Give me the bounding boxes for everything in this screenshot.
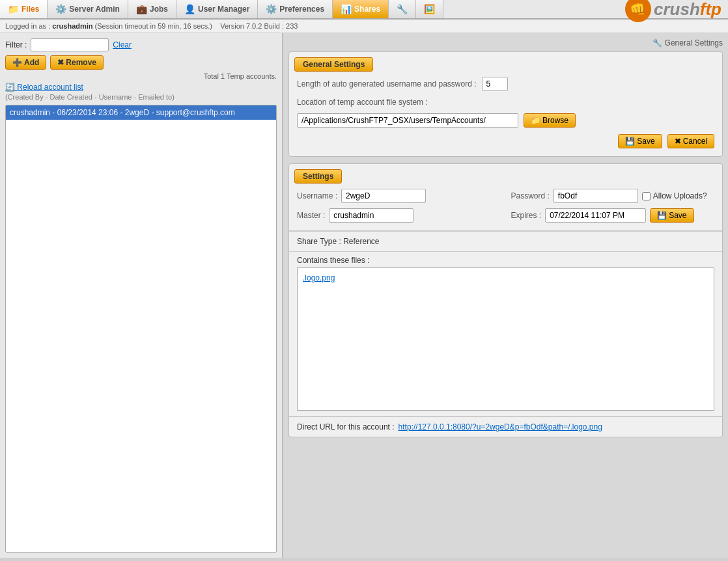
- tab-user-manager[interactable]: 👤 User Manager: [176, 0, 258, 18]
- tab-jobs[interactable]: 💼 Jobs: [128, 0, 176, 18]
- files-area: .logo.png: [297, 267, 714, 411]
- logo-area: 👊 crushftp: [625, 0, 728, 22]
- logo-icon: 👊: [625, 0, 651, 22]
- password-label: Password :: [511, 191, 550, 200]
- general-settings-link[interactable]: 🔧 General Settings: [652, 38, 723, 48]
- tab-tools[interactable]: 🔧: [389, 0, 416, 18]
- length-row: Length of auto generated username and pa…: [297, 77, 714, 91]
- contains-files-label: Contains these files :: [289, 252, 722, 267]
- username-group: Username :: [297, 189, 501, 203]
- master-label: Master :: [297, 211, 325, 220]
- user-manager-icon: 👤: [184, 4, 195, 14]
- username-input[interactable]: [341, 189, 426, 203]
- add-icon: ➕: [12, 58, 22, 67]
- direct-url-row: Direct URL for this account : http://127…: [289, 417, 722, 437]
- direct-url-label: Direct URL for this account :: [297, 422, 395, 431]
- reload-account-list-button[interactable]: 🔄 Reload account list: [5, 83, 277, 92]
- files-icon: 📁: [8, 4, 19, 14]
- top-navigation: 📁 Files ⚙️ Server Admin 💼 Jobs 👤 User Ma…: [0, 0, 728, 20]
- cancel-icon: ✖: [675, 137, 681, 146]
- action-btn-row: ➕ Add ✖ Remove: [5, 55, 277, 70]
- list-item[interactable]: crushadmin - 06/23/2014 23:06 - 2wgeD - …: [6, 105, 276, 120]
- tab-server-admin[interactable]: ⚙️ Server Admin: [48, 0, 128, 18]
- save-cancel-row: 💾 Save ✖ Cancel: [297, 134, 714, 148]
- master-input[interactable]: [329, 208, 413, 223]
- logged-in-username: crushadmin: [52, 22, 92, 30]
- expires-group: Expires :: [511, 208, 647, 223]
- file-link[interactable]: .logo.png: [303, 273, 335, 282]
- username-label: Username :: [297, 191, 337, 200]
- expires-input[interactable]: [545, 208, 646, 223]
- filter-label: Filter :: [5, 40, 27, 49]
- tab-view[interactable]: 🖼️: [416, 0, 443, 18]
- add-button[interactable]: ➕ Add: [5, 55, 46, 70]
- allow-uploads-group: Allow Uploads?: [642, 191, 707, 200]
- general-settings-content: Length of auto generated username and pa…: [289, 77, 722, 156]
- remove-button[interactable]: ✖ Remove: [50, 55, 104, 70]
- right-panel: 🔧 General Settings General Settings Leng…: [283, 33, 728, 558]
- jobs-icon: 💼: [136, 4, 147, 14]
- general-settings-link-row: 🔧 General Settings: [288, 38, 723, 48]
- tools-icon: 🔧: [397, 4, 408, 14]
- allow-uploads-checkbox[interactable]: [642, 192, 651, 200]
- settings-box: Settings Username : Password : Allow Upl…: [288, 163, 723, 437]
- folder-icon: 📁: [531, 116, 540, 125]
- general-settings-cancel-button[interactable]: ✖ Cancel: [667, 134, 714, 148]
- server-admin-icon: ⚙️: [55, 4, 66, 14]
- view-icon: 🖼️: [424, 4, 435, 14]
- account-list[interactable]: crushadmin - 06/23/2014 23:06 - 2wgeD - …: [5, 105, 277, 553]
- total-text: Total 1 Temp accounts.: [5, 72, 277, 80]
- general-settings-save-button[interactable]: 💾 Save: [618, 134, 662, 148]
- expires-label: Expires :: [511, 211, 542, 220]
- settings-save-button[interactable]: 💾 Save: [650, 208, 693, 223]
- created-by-label: (Created By - Date Created - Username - …: [5, 93, 277, 101]
- main-layout: Filter : Clear ➕ Add ✖ Remove Total 1 Te…: [0, 33, 728, 558]
- share-type-row: Share Type : Reference: [289, 231, 722, 251]
- length-input[interactable]: [482, 77, 508, 91]
- master-group: Master :: [297, 208, 501, 223]
- settings-header: Settings: [294, 169, 342, 184]
- expires-save-group: Expires : 💾 Save: [511, 208, 715, 223]
- password-group: Password :: [511, 189, 638, 203]
- browse-button[interactable]: 📁 Browse: [524, 113, 576, 128]
- logo-ftp: ftp: [700, 0, 721, 20]
- tab-shares[interactable]: 📊 Shares: [333, 0, 389, 18]
- save-icon: 💾: [625, 137, 635, 146]
- direct-url-link[interactable]: http://127.0.0.1:8080/?u=2wgeD&p=fbOdf&p…: [399, 422, 602, 431]
- logo-crush: crush: [654, 0, 700, 20]
- password-input[interactable]: [553, 189, 638, 203]
- reload-icon: 🔄: [5, 83, 15, 92]
- tab-preferences[interactable]: ⚙️ Preferences: [258, 0, 333, 18]
- shares-icon: 📊: [341, 4, 352, 14]
- path-row: 📁 Browse: [297, 113, 714, 128]
- status-bar: Logged in as : crushadmin (Session timeo…: [0, 20, 728, 33]
- general-settings-box: General Settings Length of auto generate…: [288, 51, 723, 157]
- location-label-row: Location of temp account file system :: [297, 98, 714, 107]
- wrench-icon: 🔧: [652, 38, 662, 48]
- filter-input[interactable]: [31, 38, 109, 51]
- path-input[interactable]: [297, 113, 518, 128]
- save-icon2: 💾: [657, 211, 667, 220]
- location-label: Location of temp account file system :: [297, 98, 428, 107]
- remove-icon: ✖: [57, 58, 64, 67]
- left-panel: Filter : Clear ➕ Add ✖ Remove Total 1 Te…: [0, 33, 283, 558]
- general-settings-header: General Settings: [294, 57, 373, 72]
- length-label: Length of auto generated username and pa…: [297, 79, 477, 89]
- password-allow-group: Password : Allow Uploads?: [511, 189, 715, 203]
- tab-files[interactable]: 📁 Files: [0, 0, 48, 18]
- filter-row: Filter : Clear: [5, 38, 277, 51]
- allow-uploads-label: Allow Uploads?: [653, 191, 707, 200]
- preferences-icon: ⚙️: [266, 4, 277, 14]
- clear-button[interactable]: Clear: [113, 40, 132, 49]
- settings-grid: Username : Password : Allow Uploads? Ma: [289, 189, 722, 230]
